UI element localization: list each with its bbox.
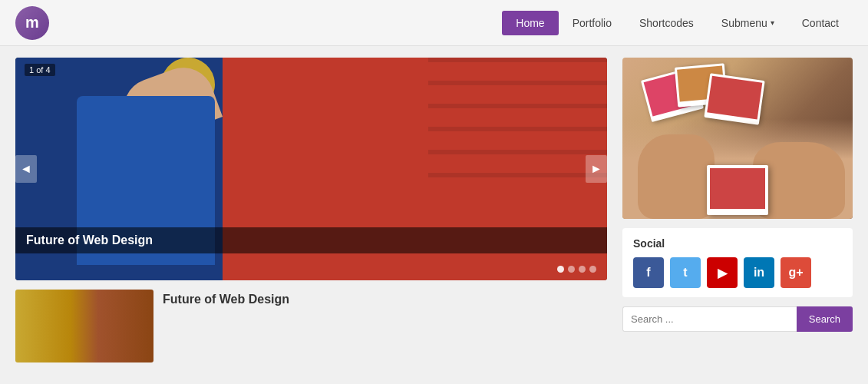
social-icons-row: f t ▶ in g+	[633, 257, 842, 288]
slider: 1 of 4 Future of Web Design ◄ ►	[15, 58, 607, 280]
youtube-icon[interactable]: ▶	[707, 257, 738, 288]
held-slide-inner	[710, 168, 765, 209]
social-widget: Social f t ▶ in g+	[622, 228, 853, 297]
slide-caption: Future of Web Design	[15, 227, 607, 253]
nav-item-portfolio[interactable]: Portfolio	[559, 11, 625, 35]
slide-counter: 1 of 4	[25, 64, 55, 76]
preview-title: Future of Web Design	[163, 293, 607, 306]
main-content: 1 of 4 Future of Web Design ◄ ► Future o…	[0, 46, 868, 384]
dot-2[interactable]	[568, 266, 575, 273]
slider-next-button[interactable]: ►	[586, 155, 607, 183]
header: m Home Portfolio Shortcodes Submenu ▾ Co…	[0, 0, 868, 46]
facebook-icon[interactable]: f	[633, 257, 664, 288]
preview-text-area: Future of Web Design	[163, 290, 607, 306]
linkedin-icon[interactable]: in	[744, 257, 774, 288]
slider-prev-button[interactable]: ◄	[15, 155, 37, 183]
social-title: Social	[633, 237, 842, 250]
chevron-down-icon: ▾	[771, 18, 774, 27]
nav-item-home[interactable]: Home	[502, 11, 558, 35]
hands-area	[622, 119, 853, 219]
logo-letter: m	[25, 14, 39, 31]
dot-3[interactable]	[579, 266, 586, 273]
search-widget: Search	[622, 306, 853, 332]
main-nav: Home Portfolio Shortcodes Submenu ▾ Cont…	[502, 11, 853, 35]
right-column: Social f t ▶ in g+ Search	[622, 58, 853, 372]
logo[interactable]: m	[15, 6, 49, 40]
content-preview: Future of Web Design	[15, 290, 607, 372]
left-column: 1 of 4 Future of Web Design ◄ ► Future o…	[15, 58, 607, 372]
slide-inner-3	[707, 76, 762, 120]
twitter-icon[interactable]: t	[670, 257, 701, 288]
googleplus-icon[interactable]: g+	[781, 257, 811, 288]
dot-1[interactable]	[557, 266, 564, 273]
dot-4[interactable]	[589, 266, 596, 273]
nav-item-submenu[interactable]: Submenu ▾	[708, 11, 788, 35]
search-input[interactable]	[622, 306, 797, 332]
slide-dots	[557, 266, 596, 273]
preview-thumbnail	[15, 290, 153, 362]
nav-item-contact[interactable]: Contact	[788, 11, 853, 35]
hand-left	[638, 134, 715, 219]
search-button[interactable]: Search	[797, 306, 853, 332]
slide-card-3	[704, 73, 764, 124]
held-slide	[707, 165, 768, 215]
submenu-label: Submenu	[721, 17, 767, 29]
preview-thumb-image	[15, 290, 153, 362]
nav-item-shortcodes[interactable]: Shortcodes	[625, 11, 708, 35]
sidebar-featured-image	[622, 58, 853, 219]
